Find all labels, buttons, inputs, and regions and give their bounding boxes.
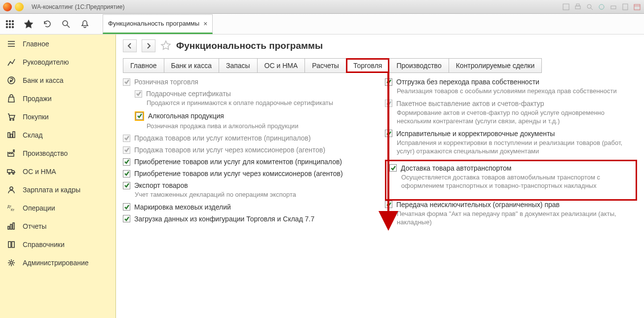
sidebar-item-9[interactable]: ДтКтОперации [0, 199, 115, 217]
svg-rect-7 [634, 4, 640, 10]
checkbox[interactable] [123, 182, 130, 189]
forward-button[interactable] [142, 39, 155, 52]
svg-point-27 [10, 187, 13, 190]
svg-point-19 [10, 119, 11, 120]
option-label: Экспорт товаров [134, 181, 188, 189]
option: Пакетное выставление актов и счетов-факт… [385, 100, 637, 126]
option-desc: Учет таможенных деклараций по операциям … [135, 190, 375, 199]
option: Приобретение товаров или услуг для комит… [123, 158, 375, 166]
option: Отгрузка без перехода права собственност… [385, 78, 637, 96]
checkbox [123, 135, 130, 142]
bell-icon[interactable] [80, 19, 90, 29]
dropdown-icon[interactable] [15, 2, 24, 11]
checkbox [123, 146, 130, 154]
tab-4[interactable]: Расчеты [304, 58, 346, 73]
search-icon[interactable] [586, 3, 594, 11]
favorite-icon[interactable] [160, 40, 171, 52]
sidebar-item-label: Отчеты [23, 222, 46, 230]
option: Продажа товаров или услуг через комиссио… [123, 146, 375, 154]
checkbox[interactable] [136, 112, 143, 120]
search-icon[interactable] [61, 19, 71, 29]
sidebar-item-10[interactable]: Отчеты [0, 217, 115, 235]
sidebar-item-0[interactable]: Главное [0, 35, 115, 53]
tab-2[interactable]: Запасы [219, 58, 258, 73]
sidebar-item-label: Администрирование [23, 259, 89, 267]
checkbox[interactable] [385, 201, 392, 208]
sidebar-item-11[interactable]: Справочники [0, 235, 115, 253]
print-icon[interactable] [574, 3, 582, 11]
tab-1[interactable]: Банк и касса [164, 58, 219, 73]
option-label: Отгрузка без перехода права собственност… [396, 78, 539, 86]
option-desc: Реализация товаров с особыми условиями п… [397, 87, 637, 96]
checkbox[interactable] [123, 158, 130, 166]
option: Исправительные и корректировочные докуме… [385, 130, 637, 156]
open-tab[interactable]: Функциональность программы × [103, 14, 213, 34]
tool-icon-1[interactable] [598, 3, 606, 11]
checkbox [123, 78, 130, 86]
option: Алкогольная продукцияРозничная продажа п… [135, 111, 375, 131]
sidebar-item-3[interactable]: Продажи [0, 89, 115, 107]
option-desc: Исправления и корректировки в поступлени… [397, 139, 637, 156]
apps-icon[interactable] [5, 19, 15, 29]
svg-point-33 [10, 261, 13, 264]
tab-0[interactable]: Главное [123, 58, 164, 73]
sidebar-item-label: Руководителю [23, 58, 69, 66]
window-title: WA-консалтинг (1С:Предприятие) [32, 3, 124, 10]
checkbox[interactable] [123, 203, 130, 211]
svg-rect-6 [623, 4, 628, 10]
checkbox[interactable] [385, 78, 392, 86]
svg-rect-31 [10, 224, 12, 229]
sidebar-item-6[interactable]: Производство [0, 144, 115, 162]
sidebar-item-label: Банк и касса [23, 76, 63, 84]
tab-3[interactable]: ОС и НМА [257, 58, 305, 73]
option-label: Пакетное выставление актов и счетов-факт… [396, 100, 544, 107]
sidebar-item-5[interactable]: Склад [0, 126, 115, 144]
svg-rect-21 [8, 133, 10, 138]
sidebar-item-8[interactable]: Зарплата и кадры [0, 180, 115, 199]
save-icon[interactable] [562, 3, 570, 11]
svg-point-12 [9, 23, 11, 25]
calculator-icon[interactable] [621, 3, 629, 11]
svg-rect-32 [13, 223, 14, 229]
option: Продажа товаров или услуг комитентов (пр… [123, 134, 375, 142]
svg-point-4 [599, 4, 604, 9]
close-icon[interactable]: × [203, 20, 207, 28]
sidebar-item-label: Главное [23, 40, 49, 48]
option-label: Загрузка данных из конфигурации Торговля… [134, 215, 314, 223]
star-icon[interactable] [24, 19, 34, 29]
checkbox [385, 100, 392, 107]
option-label: Исправительные и корректировочные докуме… [396, 130, 555, 138]
tool-icon-2[interactable] [609, 3, 617, 11]
options-right-column: Отгрузка без перехода права собственност… [385, 78, 637, 231]
history-icon[interactable] [42, 19, 52, 29]
checkbox[interactable] [385, 130, 392, 137]
content-area: Функциональность программы ГлавноеБанк и… [116, 35, 644, 318]
option-desc: Печатная форма "Акт на передачу прав" в … [397, 210, 637, 227]
svg-point-11 [6, 23, 8, 25]
tab-5[interactable]: Торговля [346, 58, 389, 73]
tab-7[interactable]: Контролируемые сделки [449, 58, 542, 73]
sidebar-item-12[interactable]: Администрирование [0, 253, 115, 272]
sidebar-item-label: Продажи [23, 95, 51, 103]
svg-point-20 [13, 119, 14, 120]
option-desc: Розничная продажа пива и алкогольной про… [147, 122, 375, 131]
main-toolbar: Функциональность программы × [0, 14, 644, 35]
calendar-icon[interactable] [633, 3, 641, 11]
app-logo-icon [3, 2, 12, 11]
checkbox[interactable] [123, 170, 130, 177]
svg-point-13 [12, 23, 14, 25]
sidebar-item-1[interactable]: Руководителю [0, 53, 115, 71]
checkbox [135, 90, 142, 98]
checkbox[interactable] [123, 215, 130, 222]
sidebar-item-4[interactable]: Покупки [0, 107, 115, 126]
svg-point-25 [9, 173, 10, 174]
option-label: Розничная торговля [134, 78, 198, 86]
sidebar-item-2[interactable]: Банк и касса [0, 71, 115, 89]
sidebar-item-7[interactable]: ОС и НМА [0, 162, 115, 180]
sidebar-item-label: ОС и НМА [23, 168, 56, 176]
function-tabs: ГлавноеБанк и кассаЗапасыОС и НМАРасчеты… [123, 58, 637, 73]
tab-6[interactable]: Производство [389, 58, 449, 73]
back-button[interactable] [123, 39, 137, 52]
sidebar: ГлавноеРуководителюБанк и кассаПродажиПо… [0, 35, 116, 318]
checkbox[interactable] [389, 164, 397, 172]
